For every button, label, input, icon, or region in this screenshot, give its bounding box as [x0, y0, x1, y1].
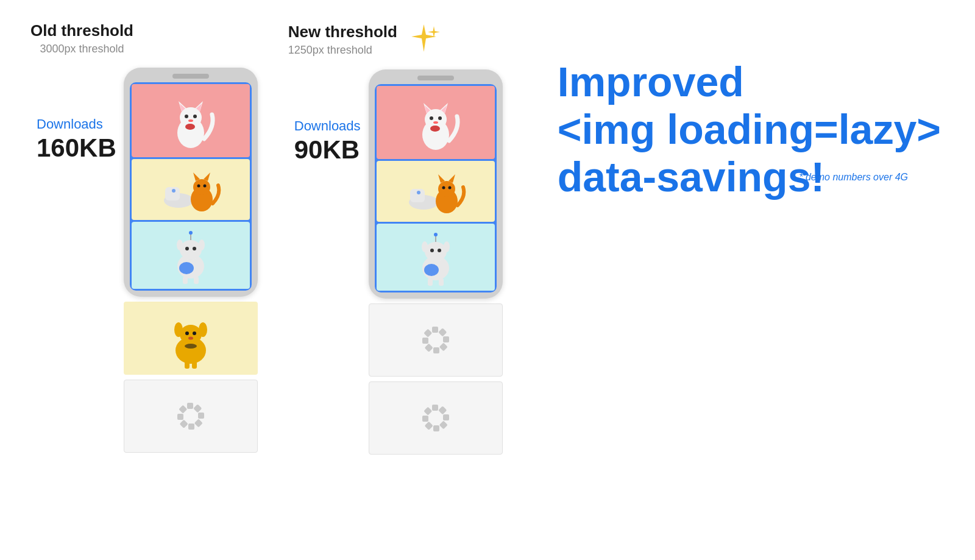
loading-spinner-new-1 — [417, 322, 454, 358]
svg-rect-59 — [410, 189, 425, 202]
yellow-dog-illustration — [160, 308, 221, 369]
svg-rect-42 — [198, 413, 204, 419]
svg-point-21 — [180, 240, 202, 260]
svg-rect-29 — [194, 277, 199, 284]
svg-point-36 — [188, 337, 193, 340]
svg-rect-84 — [422, 338, 428, 344]
new-phone-notch — [417, 76, 454, 80]
new-image-cat-red — [377, 86, 495, 159]
svg-rect-87 — [438, 406, 447, 414]
old-threshold-subtitle: 3000px threshold — [30, 43, 133, 55]
svg-rect-11 — [165, 187, 180, 200]
main-layout: Old threshold 3000px threshold Downloads… — [0, 0, 975, 560]
svg-point-12 — [172, 189, 176, 193]
headline-line3: data-savings! — [558, 154, 824, 200]
svg-point-14 — [193, 179, 210, 195]
old-phone-wrapper — [124, 68, 258, 453]
new-image-loading-2 — [369, 381, 503, 455]
svg-point-17 — [197, 184, 200, 187]
svg-rect-83 — [424, 344, 433, 352]
svg-point-6 — [185, 115, 188, 118]
old-downloads-section: Downloads 160KB — [37, 116, 116, 163]
svg-rect-40 — [187, 403, 193, 409]
svg-rect-86 — [432, 405, 438, 411]
cat-white-illustration — [163, 90, 218, 151]
svg-point-35 — [193, 331, 196, 335]
svg-rect-81 — [439, 342, 447, 351]
svg-rect-38 — [192, 361, 197, 369]
svg-point-66 — [448, 186, 451, 189]
svg-point-56 — [433, 121, 438, 124]
svg-rect-85 — [424, 329, 432, 338]
sparkle-icon — [407, 21, 441, 57]
svg-rect-47 — [179, 405, 187, 414]
new-threshold-title: New threshold — [288, 23, 397, 41]
new-image-dog-cyan — [377, 224, 495, 291]
svg-rect-77 — [439, 278, 444, 286]
svg-point-20 — [179, 262, 194, 274]
demo-note: * demo numbers over 4G — [799, 172, 908, 183]
new-image-loading-1 — [369, 303, 503, 377]
svg-point-68 — [424, 264, 439, 276]
svg-point-25 — [193, 247, 196, 250]
svg-point-75 — [434, 233, 438, 236]
svg-rect-43 — [194, 419, 202, 427]
svg-point-65 — [442, 186, 445, 189]
svg-rect-28 — [183, 277, 188, 284]
svg-point-57 — [430, 126, 440, 132]
svg-rect-79 — [438, 328, 447, 336]
svg-point-54 — [430, 116, 433, 120]
phone-notch — [172, 74, 209, 79]
svg-point-8 — [188, 119, 193, 122]
svg-rect-93 — [424, 407, 432, 416]
svg-point-22 — [177, 239, 183, 250]
svg-rect-90 — [433, 425, 439, 431]
old-downloads-label: Downloads — [37, 116, 116, 132]
old-image-dog-yellow — [124, 302, 258, 375]
svg-point-31 — [180, 325, 202, 344]
svg-rect-78 — [432, 327, 438, 333]
old-threshold-title: Old threshold — [30, 21, 133, 40]
svg-point-32 — [174, 322, 183, 337]
svg-point-24 — [185, 247, 189, 250]
svg-point-18 — [203, 184, 206, 187]
svg-point-60 — [417, 191, 420, 194]
new-robot-dog — [408, 229, 463, 286]
old-image-cat-red — [132, 84, 250, 157]
new-orange-cat-shoe — [405, 166, 466, 218]
svg-rect-91 — [424, 422, 433, 430]
svg-rect-41 — [193, 404, 202, 413]
new-downloads-label: Downloads — [294, 118, 361, 134]
svg-point-62 — [438, 181, 455, 197]
headline-line2: <img loading=lazy> — [558, 106, 941, 152]
svg-point-23 — [199, 239, 205, 250]
svg-point-39 — [185, 344, 197, 349]
svg-rect-45 — [179, 420, 188, 428]
svg-rect-82 — [433, 347, 439, 353]
loading-spinner-old — [172, 398, 209, 434]
sparkle-star-icon — [407, 21, 441, 55]
robot-dog-illustration — [163, 227, 218, 285]
old-threshold-column: Old threshold 3000px threshold Downloads… — [30, 21, 258, 453]
orange-cat-shoe-illustration — [160, 164, 221, 216]
svg-rect-92 — [422, 416, 428, 422]
svg-rect-37 — [185, 361, 190, 369]
new-threshold-column: New threshold 1250px threshold Downloads… — [288, 21, 503, 455]
new-downloads-section: Downloads 90KB — [294, 118, 361, 165]
new-phone-screen — [375, 84, 497, 292]
new-cat-white-illustration — [408, 92, 463, 153]
svg-rect-88 — [443, 414, 449, 420]
old-downloads-size: 160KB — [37, 133, 116, 163]
new-threshold-subtitle: 1250px threshold — [288, 44, 397, 57]
new-threshold-header-wrap: New threshold 1250px threshold — [288, 21, 441, 57]
svg-rect-76 — [428, 278, 433, 286]
old-image-cat-yellow — [132, 159, 250, 220]
new-phone-wrapper — [369, 69, 503, 455]
svg-rect-46 — [177, 414, 183, 420]
new-image-cat-yellow — [377, 161, 495, 222]
svg-point-69 — [425, 242, 447, 261]
svg-rect-80 — [443, 336, 449, 342]
old-phone-mockup — [124, 68, 258, 297]
old-image-dog-cyan — [132, 222, 250, 289]
svg-rect-89 — [439, 420, 447, 429]
